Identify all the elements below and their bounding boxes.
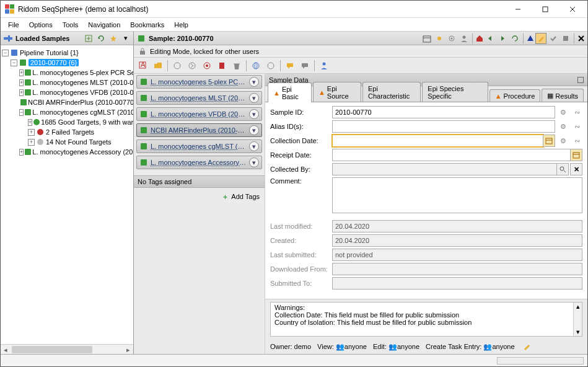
alias-id-input[interactable] xyxy=(332,120,555,133)
tree-child[interactable]: + L. monocytogenes Accessory (201 xyxy=(2,147,132,157)
submit-icon[interactable] xyxy=(523,33,534,44)
clear-icon[interactable]: ✕ xyxy=(570,163,582,175)
tree-sub[interactable]: + 14 Not Found Targets xyxy=(2,137,132,147)
scroll-up-icon[interactable]: ▴ xyxy=(576,303,580,311)
scroll-right-icon[interactable]: ▸ xyxy=(123,345,133,354)
field-link-icon[interactable]: ∾ xyxy=(571,121,582,132)
menu-bookmarks[interactable]: Bookmarks xyxy=(125,20,169,30)
field-gear-icon[interactable]: ⚙ xyxy=(558,121,569,132)
tab-epi-characteristic[interactable]: Epi Characteristic xyxy=(362,82,421,102)
tree-expand-icon[interactable]: + xyxy=(19,79,24,86)
tree-expand-icon[interactable]: + xyxy=(28,119,32,126)
share-icon[interactable] xyxy=(265,60,276,71)
tree-child[interactable]: + L. monocytogenes VFDB (2010-007 xyxy=(2,87,132,97)
minimize-button[interactable] xyxy=(504,1,532,18)
project-item[interactable]: L. monocytogenes 5-plex PCR Sero... ▾ xyxy=(136,75,262,89)
trash-icon[interactable] xyxy=(231,60,242,71)
check-icon[interactable] xyxy=(548,33,559,44)
field-gear-icon[interactable]: ⚙ xyxy=(558,135,569,146)
warnings-scrollbar[interactable]: ▴▾ xyxy=(573,303,582,336)
scroll-thumb[interactable] xyxy=(12,346,92,353)
edit-icon[interactable] xyxy=(535,33,546,44)
tab-epi-species[interactable]: Epi Species Specific xyxy=(422,82,488,102)
edit-tag-icon[interactable]: A xyxy=(138,60,149,71)
project-item-selected[interactable]: NCBI AMRFinderPlus (2010-00770) ▾ xyxy=(136,123,262,137)
chevron-down-icon[interactable]: ▾ xyxy=(249,141,259,151)
tree-expand-icon[interactable]: + xyxy=(28,129,35,136)
tree-expand-icon[interactable] xyxy=(84,33,94,43)
clipboard-icon[interactable] xyxy=(216,60,227,71)
tree-child[interactable]: + L. monocytogenes MLST (2010-007 xyxy=(2,77,132,87)
favorite-icon[interactable] xyxy=(108,33,118,43)
circle-icon[interactable] xyxy=(172,60,183,71)
project-item[interactable]: L. monocytogenes MLST (2010-00770) ▾ xyxy=(136,91,262,105)
menu-help[interactable]: Help xyxy=(169,20,193,30)
tree-expand-icon[interactable]: + xyxy=(19,149,24,156)
scroll-down-icon[interactable]: ▾ xyxy=(576,328,580,336)
edit-permissions-icon[interactable] xyxy=(521,341,532,352)
sample-id-input[interactable] xyxy=(332,106,555,118)
home-icon[interactable] xyxy=(472,33,483,44)
tab-results[interactable]: ▦Results xyxy=(542,89,584,102)
project-item[interactable]: L. monocytogenes cgMLST (2010-00... ▾ xyxy=(136,139,262,153)
add-tags-row[interactable]: ＋ Add Tags xyxy=(134,188,265,205)
scroll-left-icon[interactable]: ◂ xyxy=(1,345,11,354)
collected-by-input[interactable] xyxy=(332,163,557,175)
user-icon[interactable] xyxy=(459,33,470,44)
lookup-icon[interactable] xyxy=(556,163,569,175)
tree-child-expanded[interactable]: − L. monocytogenes cgMLST (2010-0 xyxy=(2,107,132,117)
tree-sub[interactable]: + 2 Failed Targets xyxy=(2,127,132,137)
tree-sample-selected[interactable]: − 2010-00770 {6} xyxy=(2,58,132,68)
chevron-down-icon[interactable]: ▾ xyxy=(249,77,259,87)
dropdown-icon[interactable]: ▾ xyxy=(121,33,131,43)
forward-icon[interactable] xyxy=(497,33,508,44)
field-link-icon[interactable]: ∾ xyxy=(571,135,582,146)
tree-expand-icon[interactable]: + xyxy=(28,139,35,146)
folder-icon[interactable] xyxy=(152,60,164,71)
section-maximize-icon[interactable] xyxy=(577,77,584,83)
globe-icon[interactable] xyxy=(250,60,261,71)
next-icon[interactable] xyxy=(186,60,198,71)
tab-procedure[interactable]: ▲Procedure xyxy=(489,89,541,102)
maximize-button[interactable] xyxy=(532,1,559,18)
chat-icon[interactable] xyxy=(284,60,296,71)
target-icon[interactable] xyxy=(201,60,213,71)
chevron-down-icon[interactable]: ▾ xyxy=(249,109,259,119)
tree-collapse-icon[interactable]: − xyxy=(11,60,17,66)
chevron-down-icon[interactable]: ▾ xyxy=(249,125,259,135)
tab-epi-basic[interactable]: ▲Epi Basic xyxy=(268,82,312,102)
menu-tools[interactable]: Tools xyxy=(58,20,84,30)
calendar-icon[interactable] xyxy=(421,33,432,44)
collection-date-input[interactable] xyxy=(332,135,543,147)
calendar-icon[interactable] xyxy=(570,149,582,161)
chevron-down-icon[interactable]: ▾ xyxy=(249,93,259,103)
tree-collapse-icon[interactable]: − xyxy=(2,50,9,56)
tree-sub[interactable]: + 1685 Good Targets, 9 with war xyxy=(2,117,132,127)
menu-file[interactable]: File xyxy=(3,20,24,30)
close-panel-icon[interactable] xyxy=(574,33,585,44)
receipt-date-input[interactable] xyxy=(332,149,571,161)
gear-icon[interactable] xyxy=(446,33,457,44)
menu-options[interactable]: Options xyxy=(24,20,58,30)
back-icon[interactable] xyxy=(485,33,496,44)
tree-child[interactable]: NCBI AMRFinderPlus (2010-00770) xyxy=(2,97,132,107)
project-item[interactable]: L. monocytogenes Accessory (2010... ▾ xyxy=(136,156,262,169)
field-gear-icon[interactable]: ⚙ xyxy=(558,107,569,118)
refresh-icon[interactable] xyxy=(509,33,520,44)
person-icon[interactable] xyxy=(318,60,330,71)
tree-expand-icon[interactable]: + xyxy=(19,69,24,76)
close-button[interactable] xyxy=(559,1,586,18)
tree-expand-icon[interactable]: + xyxy=(19,89,24,96)
comment-input[interactable] xyxy=(332,177,582,213)
chat-add-icon[interactable] xyxy=(299,60,310,71)
sample-tree[interactable]: − Pipeline Tutorial {1} − 2010-00770 {6}… xyxy=(1,45,133,344)
refresh-icon[interactable] xyxy=(96,33,106,43)
field-link-icon[interactable]: ∾ xyxy=(571,107,582,118)
tree-collapse-icon[interactable]: − xyxy=(19,109,24,116)
tree-horiz-scrollbar[interactable]: ◂ ▸ xyxy=(1,344,133,354)
tab-epi-source[interactable]: ▲Epi Source xyxy=(313,82,361,102)
stop-icon[interactable] xyxy=(560,33,571,44)
calendar-icon[interactable] xyxy=(543,135,555,147)
tree-root[interactable]: − Pipeline Tutorial {1} xyxy=(2,48,132,58)
project-item[interactable]: L. monocytogenes VFDB (2010-00770) ▾ xyxy=(136,107,262,121)
